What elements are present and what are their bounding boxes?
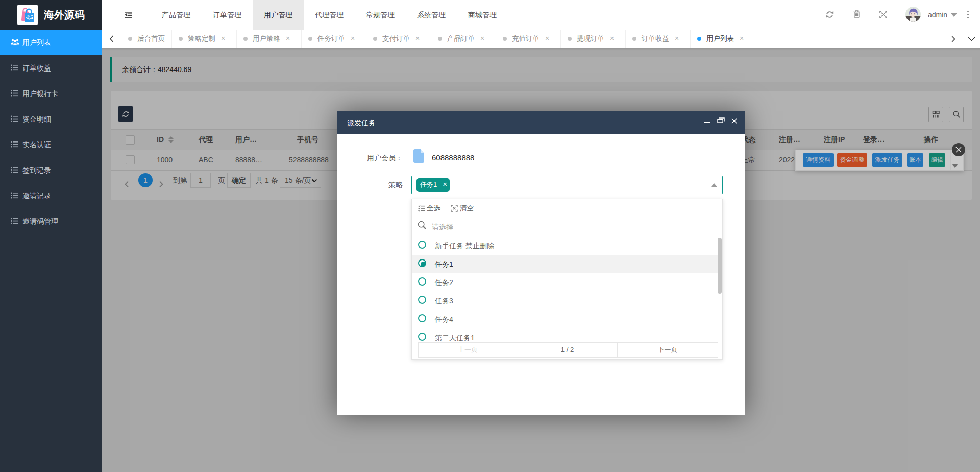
svg-text:$: $ [28,14,30,18]
